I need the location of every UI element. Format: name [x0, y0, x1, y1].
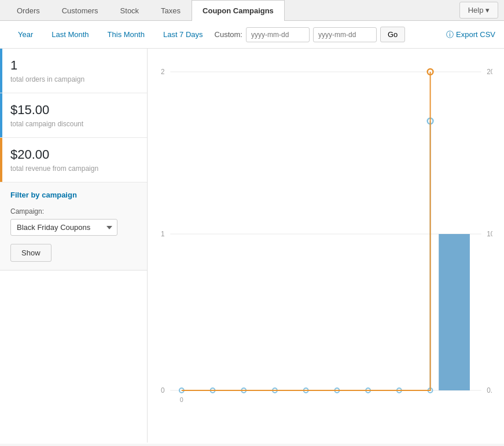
tab-taxes[interactable]: Taxes: [150, 0, 192, 21]
stat-accent-bar-revenue: [0, 138, 2, 182]
stat-label-revenue: total revenue from campaign: [10, 164, 137, 173]
period-tab-this-month[interactable]: This Month: [98, 25, 154, 43]
period-tab-last-month[interactable]: Last Month: [42, 25, 98, 43]
stat-card-orders: 1 total orders in campaign: [0, 49, 147, 93]
export-csv-label: Export CSV: [456, 30, 495, 39]
content-area: 1 total orders in campaign $15.00 total …: [0, 49, 504, 443]
tab-orders[interactable]: Orders: [6, 0, 51, 21]
sidebar: 1 total orders in campaign $15.00 total …: [0, 49, 148, 443]
export-csv-icon: ⓘ: [446, 30, 454, 40]
campaign-label: Campaign:: [10, 207, 137, 215]
filter-section: Filter by campaign Campaign: Black Frida…: [0, 182, 147, 270]
svg-rect-21: [439, 234, 470, 390]
stat-label-orders: total orders in campaign: [10, 75, 137, 83]
filter-title: Filter by campaign: [10, 191, 137, 199]
chart-area: 2 1 0 20.40 10.20 0.00: [148, 49, 504, 443]
period-custom: Custom: Go: [215, 27, 406, 42]
stat-value-discount: $15.00: [10, 103, 137, 118]
custom-label: Custom:: [215, 30, 242, 39]
tab-customers[interactable]: Customers: [51, 0, 109, 21]
chart-svg: 2 1 0 20.40 10.20 0.00: [153, 54, 492, 414]
top-nav: Orders Customers Stock Taxes Coupon Camp…: [0, 0, 504, 21]
tab-stock[interactable]: Stock: [109, 0, 150, 21]
period-tab-last-7-days[interactable]: Last 7 Days: [154, 25, 212, 43]
svg-text:10.20: 10.20: [487, 230, 492, 238]
period-tabs: Year Last Month This Month Last 7 Days C…: [0, 21, 504, 49]
stat-card-discount: $15.00 total campaign discount: [0, 93, 147, 138]
chart-container: 2 1 0 20.40 10.20 0.00: [153, 54, 492, 414]
svg-text:0.00: 0.00: [487, 386, 492, 394]
svg-text:1: 1: [161, 230, 165, 238]
help-button[interactable]: Help ▾: [459, 2, 498, 19]
stat-accent-bar-discount: [0, 93, 2, 137]
tab-coupon-campaigns[interactable]: Coupon Campaigns: [192, 0, 285, 21]
stat-card-revenue: $20.00 total revenue from campaign: [0, 138, 147, 182]
custom-end-date[interactable]: [313, 27, 377, 42]
stat-accent-bar-orders: [0, 49, 2, 93]
svg-text:0: 0: [161, 386, 165, 394]
main-content: Year Last Month This Month Last 7 Days C…: [0, 21, 504, 444]
period-tab-year[interactable]: Year: [9, 25, 42, 43]
export-csv-button[interactable]: ⓘ Export CSV: [446, 30, 495, 40]
stat-value-revenue: $20.00: [10, 147, 137, 162]
stat-value-orders: 1: [10, 58, 137, 73]
go-button[interactable]: Go: [380, 27, 405, 42]
svg-text:20.40: 20.40: [487, 68, 492, 76]
svg-text:0: 0: [180, 396, 183, 403]
custom-start-date[interactable]: [246, 27, 310, 42]
show-button[interactable]: Show: [10, 244, 51, 262]
stat-label-discount: total campaign discount: [10, 120, 137, 128]
svg-text:2: 2: [161, 68, 165, 76]
campaign-select[interactable]: Black Friday Coupons: [10, 219, 117, 236]
